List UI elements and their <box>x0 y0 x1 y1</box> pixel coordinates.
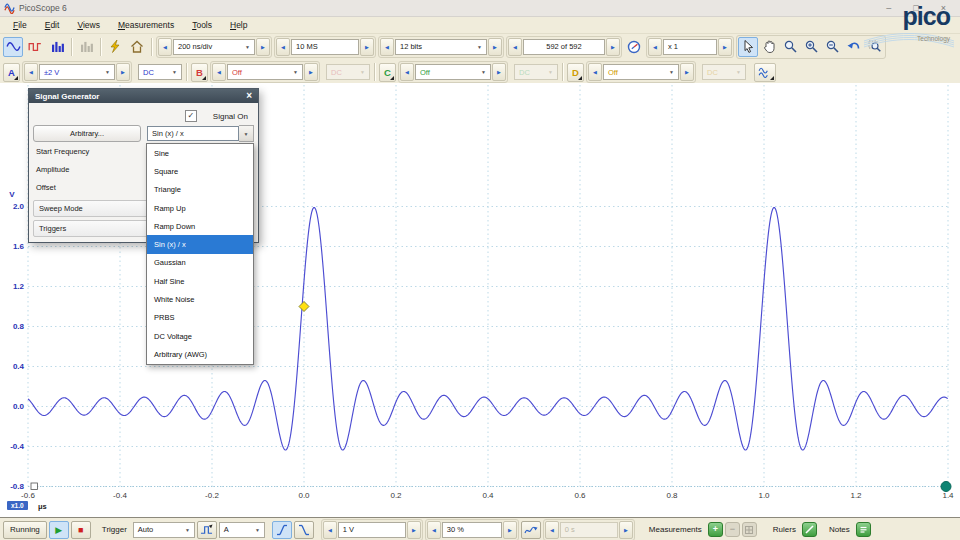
advanced-trigger-button[interactable] <box>197 521 217 539</box>
zoom-factor-field[interactable]: x 1 <box>663 39 717 55</box>
timebase-select[interactable]: 200 ns/div▼ <box>173 39 255 55</box>
channel-a-range-up-button[interactable]: ▶ <box>116 63 130 81</box>
trigger-mode-select[interactable]: Auto▼ <box>133 522 195 538</box>
channel-d-range-down-button[interactable]: ◀ <box>588 63 602 81</box>
dialog-titlebar[interactable]: Signal Generator × <box>29 89 258 103</box>
add-measurement-button[interactable]: + <box>708 522 723 537</box>
dropdown-item-triangle[interactable]: Triangle <box>147 181 253 199</box>
channel-b-options-button[interactable]: B <box>191 63 208 82</box>
channel-d-range-select[interactable]: Off▼ <box>603 64 679 80</box>
posttrigger-down-button[interactable]: ◀ <box>545 521 559 539</box>
axis-offset-handle[interactable] <box>31 483 38 490</box>
zoom-out-tool-button[interactable] <box>822 37 842 57</box>
channel-b-range-down-button[interactable]: ◀ <box>212 63 226 81</box>
dropdown-item-square[interactable]: Square <box>147 162 253 180</box>
stop-capture-button[interactable]: ■ <box>71 521 91 539</box>
samples-field[interactable]: 10 MS <box>291 39 359 55</box>
dropdown-item-gaussian[interactable]: Gaussian <box>147 254 253 272</box>
buffer-prev-button[interactable]: ◀ <box>508 38 522 56</box>
pretrigger-up-button[interactable]: ▶ <box>503 521 517 539</box>
trigger-source-select[interactable]: A▼ <box>219 522 265 538</box>
dropdown-item-sinx-x[interactable]: Sin (x) / x <box>147 235 253 253</box>
rulers-button[interactable] <box>802 522 817 537</box>
pretrigger-field[interactable]: 30 % <box>442 522 502 538</box>
running-status-button[interactable]: Running <box>3 521 47 539</box>
start-capture-button[interactable]: ▶ <box>49 521 69 539</box>
menu-views[interactable]: Views <box>68 20 109 30</box>
dropdown-item-arbitrary-awg[interactable]: Arbitrary (AWG) <box>147 345 253 363</box>
channel-d-range-up-button[interactable]: ▶ <box>680 63 694 81</box>
home-button[interactable] <box>127 37 147 57</box>
dialog-title: Signal Generator <box>35 92 99 101</box>
resolution-prev-button[interactable]: ◀ <box>380 38 394 56</box>
properties-button[interactable] <box>105 37 125 57</box>
channel-c-range-select[interactable]: Off▼ <box>415 64 491 80</box>
samples-prev-button[interactable]: ◀ <box>276 38 290 56</box>
channel-d-options-button[interactable]: D <box>567 63 584 82</box>
channel-d-range-group: ◀ Off▼ ▶ <box>586 61 696 83</box>
level-up-button[interactable]: ▶ <box>407 521 421 539</box>
resolution-select[interactable]: 12 bits▼ <box>395 39 487 55</box>
xy-view-button[interactable] <box>25 37 45 57</box>
posttrigger-up-button[interactable]: ▶ <box>619 521 633 539</box>
scope-view-button[interactable] <box>3 37 23 57</box>
axis-end-handle[interactable] <box>941 482 951 492</box>
dropdown-item-half-sine[interactable]: Half Sine <box>147 272 253 290</box>
trigger-level-field[interactable]: 1 V <box>338 522 406 538</box>
buffer-next-button[interactable]: ▶ <box>606 38 620 56</box>
post-trigger-mode-button[interactable] <box>521 521 541 539</box>
waveform-combo-arrow[interactable]: ▼ <box>239 125 254 142</box>
dropdown-item-ramp-down[interactable]: Ramp Down <box>147 217 253 235</box>
channel-c-options-button[interactable]: C <box>379 63 396 82</box>
resolution-next-button[interactable]: ▶ <box>488 38 502 56</box>
notes-button[interactable] <box>856 522 871 537</box>
timebase-prev-button[interactable]: ◀ <box>158 38 172 56</box>
trigger-marker[interactable] <box>299 302 309 312</box>
waveform-combo[interactable]: Sin (x) / x ▼ <box>147 125 254 142</box>
rising-edge-button[interactable] <box>272 521 292 539</box>
falling-edge-button[interactable] <box>294 521 314 539</box>
dialog-close-icon[interactable]: × <box>246 89 252 103</box>
timebase-next-button[interactable]: ▶ <box>256 38 270 56</box>
channel-a-options-button[interactable]: A <box>3 63 20 82</box>
zoom-tool-button[interactable] <box>780 37 800 57</box>
waveform-combo-value[interactable]: Sin (x) / x <box>147 126 239 141</box>
app-icon <box>4 3 15 14</box>
menu-tools[interactable]: Tools <box>183 20 221 30</box>
zoom-in-tool-button[interactable] <box>801 37 821 57</box>
samples-next-button[interactable]: ▶ <box>360 38 374 56</box>
zoom-out-step-button[interactable]: ◀ <box>648 38 662 56</box>
dropdown-item-prbs[interactable]: PRBS <box>147 309 253 327</box>
pretrigger-down-button[interactable]: ◀ <box>427 521 441 539</box>
channel-b-range-up-button[interactable]: ▶ <box>304 63 318 81</box>
undo-zoom-button[interactable] <box>843 37 863 57</box>
dropdown-item-sine[interactable]: Sine <box>147 144 253 162</box>
signal-generator-button[interactable] <box>754 63 776 82</box>
select-tool-button[interactable] <box>738 37 758 57</box>
spectrum-view-button[interactable] <box>47 37 67 57</box>
menu-measurements[interactable]: Measurements <box>109 20 183 30</box>
buffer-navigator-button[interactable] <box>624 37 644 57</box>
channel-a-range-select[interactable]: ±2 V▼ <box>39 64 115 80</box>
channel-a-range-down-button[interactable]: ◀ <box>24 63 38 81</box>
signal-on-checkbox[interactable]: ✓ <box>185 110 197 122</box>
channel-b-range-select[interactable]: Off▼ <box>227 64 303 80</box>
channel-a-coupling-select[interactable]: DC▼ <box>138 64 182 80</box>
dropdown-item-white-noise[interactable]: White Noise <box>147 290 253 308</box>
channel-c-range-down-button[interactable]: ◀ <box>400 63 414 81</box>
menu-help[interactable]: Help <box>221 20 256 30</box>
level-down-button[interactable]: ◀ <box>323 521 337 539</box>
arbitrary-button[interactable]: Arbitrary... <box>33 125 141 142</box>
pan-tool-button[interactable] <box>759 37 779 57</box>
persistence-view-button[interactable] <box>76 37 96 57</box>
trigger-source-value: A <box>224 525 229 534</box>
menu-file[interactable]: File <box>4 20 36 30</box>
channel-c-range-up-button[interactable]: ▶ <box>492 63 506 81</box>
buffer-field[interactable]: 592 of 592 <box>523 39 605 55</box>
axis-zoom-badge[interactable]: x1.0 <box>7 501 28 510</box>
dropdown-item-dc-voltage[interactable]: DC Voltage <box>147 327 253 345</box>
magnifier-plus-icon <box>805 40 818 53</box>
menu-edit[interactable]: Edit <box>36 20 69 30</box>
dropdown-item-ramp-up[interactable]: Ramp Up <box>147 199 253 217</box>
zoom-in-step-button[interactable]: ▶ <box>718 38 732 56</box>
